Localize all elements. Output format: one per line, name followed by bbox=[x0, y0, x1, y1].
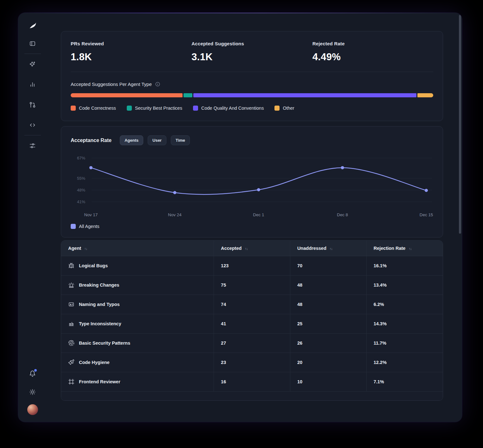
stat-accepted-suggestions: Accepted Suggestions3.1K bbox=[191, 41, 312, 63]
table-row-naming-and-typos[interactable]: Naming and Typos74486.2% bbox=[61, 295, 443, 314]
agents-table: Agent↑↓Accepted↑↓Unaddressed↑↓Rejection … bbox=[61, 241, 443, 392]
agent-type-breakdown: Accepted Suggestions Per Agent Type Code… bbox=[71, 81, 433, 111]
legend-swatch bbox=[193, 106, 198, 111]
table-row-logical-bugs[interactable]: Logical Bugs1237016.1% bbox=[61, 256, 443, 276]
agent-type-stacked-bar bbox=[71, 93, 433, 97]
chart-y-labels: 67%55%48%41% bbox=[77, 156, 85, 204]
agent-name: Frontend Reviewer bbox=[79, 379, 120, 384]
legend-swatch bbox=[274, 106, 280, 111]
sidebar bbox=[18, 13, 47, 422]
chart-point[interactable] bbox=[257, 188, 260, 191]
chart-title: Acceptance Rate bbox=[71, 138, 112, 143]
legend-label: All Agents bbox=[79, 224, 100, 229]
svg-text:Dec 1: Dec 1 bbox=[253, 212, 264, 217]
acceptance-rate-chart: 67%55%48%41%Nov 17Nov 24Dec 1Dec 8Dec 15 bbox=[71, 150, 433, 219]
fingerprint-icon bbox=[68, 340, 74, 346]
chart-point[interactable] bbox=[425, 189, 428, 192]
sidebar-toggle-button[interactable] bbox=[27, 37, 39, 49]
rejection-rate-value: 13.4% bbox=[366, 276, 443, 295]
column-label: Agent bbox=[68, 246, 81, 251]
accepted-value: 16 bbox=[214, 372, 290, 392]
sidebar-item-analytics[interactable] bbox=[27, 78, 39, 90]
sidebar-item-code[interactable] bbox=[27, 119, 39, 131]
sidebar-item-settings[interactable] bbox=[27, 140, 39, 152]
column-label: Rejection Rate bbox=[374, 246, 406, 251]
stat-label: PRs Reviewed bbox=[71, 41, 191, 46]
sidebar-item-pull-requests[interactable] bbox=[27, 99, 39, 111]
unaddressed-value: 26 bbox=[290, 334, 366, 353]
rejection-rate-value: 14.3% bbox=[366, 314, 443, 334]
sort-icon[interactable]: ↑↓ bbox=[409, 247, 411, 250]
breakdown-title: Accepted Suggestions Per Agent Type bbox=[71, 81, 152, 87]
tab-agents[interactable]: Agents bbox=[120, 135, 143, 145]
svg-text:55%: 55% bbox=[77, 176, 85, 181]
unaddressed-value: 25 bbox=[290, 314, 366, 334]
legend-swatch bbox=[71, 224, 76, 229]
notification-badge-dot bbox=[34, 369, 37, 372]
stat-value: 4.49% bbox=[312, 51, 433, 63]
sort-icon[interactable]: ↑↓ bbox=[84, 247, 87, 250]
bar-chart-icon bbox=[29, 81, 36, 88]
chart-point[interactable] bbox=[89, 166, 93, 169]
column-header-accepted[interactable]: Accepted↑↓ bbox=[214, 241, 290, 256]
legend-item-all-agents: All Agents bbox=[71, 224, 100, 229]
tab-time[interactable]: Time bbox=[171, 135, 190, 145]
acceptance-rate-card: Acceptance Rate AgentsUserTime 67%55%48%… bbox=[61, 126, 443, 237]
theme-toggle-button[interactable] bbox=[27, 386, 39, 398]
agent-name: Logical Bugs bbox=[79, 263, 108, 268]
accepted-value: 74 bbox=[214, 295, 290, 314]
legend-item-other: Other bbox=[274, 106, 294, 111]
app-window: PRs Reviewed1.8KAccepted Suggestions3.1K… bbox=[18, 13, 462, 422]
sort-icon[interactable]: ↑↓ bbox=[245, 247, 248, 250]
column-header-unaddressed[interactable]: Unaddressed↑↓ bbox=[290, 241, 366, 256]
sidebar-nav-group bbox=[27, 58, 39, 131]
chart-x-labels: Nov 17Nov 24Dec 1Dec 8Dec 15 bbox=[84, 212, 433, 217]
svg-text:Nov 24: Nov 24 bbox=[168, 212, 182, 217]
agent-type-legend: Code CorrectnessSecurity Best PracticesC… bbox=[71, 106, 433, 111]
table-row-type-inconsistency[interactable]: Type Inconsistency412514.3% bbox=[61, 314, 443, 334]
svg-text:Nov 17: Nov 17 bbox=[84, 212, 98, 217]
sparkles-icon bbox=[29, 61, 36, 68]
legend-item-code-quality-and-conventions: Code Quality And Conventions bbox=[193, 106, 264, 111]
table-row-breaking-changes[interactable]: Breaking Changes754813.4% bbox=[61, 276, 443, 295]
tab-user[interactable]: User bbox=[148, 135, 166, 145]
siren-icon bbox=[68, 282, 74, 288]
column-header-rejection-rate[interactable]: Rejection Rate↑↓ bbox=[366, 241, 443, 256]
stats-card: PRs Reviewed1.8KAccepted Suggestions3.1K… bbox=[61, 31, 443, 121]
table-row-code-hygiene[interactable]: Code Hygiene232012.2% bbox=[61, 353, 443, 372]
sort-icon[interactable]: ↑↓ bbox=[330, 247, 332, 250]
accepted-value: 41 bbox=[214, 314, 290, 334]
desktop-background: PRs Reviewed1.8KAccepted Suggestions3.1K… bbox=[0, 0, 483, 448]
legend-label: Code Correctness bbox=[79, 106, 116, 111]
chart-point[interactable] bbox=[341, 166, 344, 169]
chart-point[interactable] bbox=[173, 191, 176, 194]
bar-segment-code-correctness bbox=[71, 93, 183, 97]
unaddressed-value: 48 bbox=[290, 276, 366, 295]
table-row-frontend-reviewer[interactable]: Frontend Reviewer16107.1% bbox=[61, 372, 443, 392]
main-content: PRs Reviewed1.8KAccepted Suggestions3.1K… bbox=[47, 13, 462, 422]
sidebar-item-ai-agents[interactable] bbox=[27, 58, 39, 70]
legend-label: Code Quality And Conventions bbox=[201, 106, 264, 111]
rejection-rate-value: 12.2% bbox=[366, 353, 443, 372]
git-pull-request-icon bbox=[29, 101, 36, 108]
accepted-value: 27 bbox=[214, 334, 290, 353]
notifications-button[interactable] bbox=[27, 367, 39, 380]
column-header-agent[interactable]: Agent↑↓ bbox=[61, 241, 214, 256]
settings-sliders-icon bbox=[29, 142, 36, 149]
svg-text:67%: 67% bbox=[77, 156, 85, 160]
info-icon[interactable] bbox=[155, 81, 160, 87]
rejection-rate-value: 7.1% bbox=[366, 372, 443, 392]
stat-value: 3.1K bbox=[191, 51, 312, 63]
table-clipped-area bbox=[61, 392, 443, 400]
table-row-basic-security-patterns[interactable]: Basic Security Patterns272611.7% bbox=[61, 334, 443, 353]
rejection-rate-value: 6.2% bbox=[366, 295, 443, 314]
agents-table-card: Agent↑↓Accepted↑↓Unaddressed↑↓Rejection … bbox=[61, 240, 443, 401]
legend-label: Security Best Practices bbox=[135, 106, 182, 111]
column-label: Accepted bbox=[221, 246, 242, 251]
bar-segment-code-quality-and-conventions bbox=[193, 93, 416, 97]
user-avatar[interactable] bbox=[27, 404, 38, 415]
scrollbar-thumb[interactable] bbox=[459, 15, 461, 234]
legend-item-code-correctness: Code Correctness bbox=[71, 106, 116, 111]
stats-divider bbox=[71, 72, 433, 72]
type-icon bbox=[68, 321, 74, 327]
